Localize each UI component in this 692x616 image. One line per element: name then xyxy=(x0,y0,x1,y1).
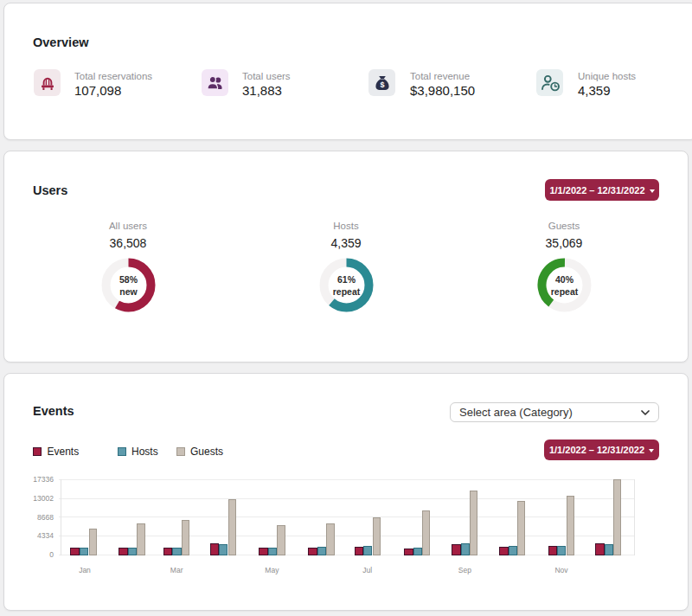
svg-text:$: $ xyxy=(380,80,384,88)
